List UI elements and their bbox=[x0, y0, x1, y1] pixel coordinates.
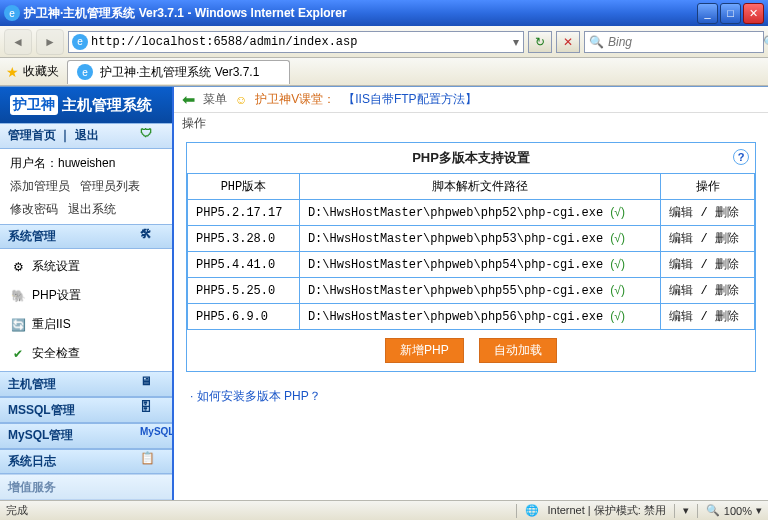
edit-link[interactable]: 编辑 bbox=[669, 309, 693, 323]
dropdown-icon[interactable]: ▾ bbox=[509, 35, 523, 49]
check-icon: (√) bbox=[610, 257, 625, 271]
host-mgmt-label: 主机管理 bbox=[8, 376, 56, 393]
sys-log-label: 系统日志 bbox=[8, 453, 56, 470]
svc-label: 增值服务 bbox=[8, 479, 56, 496]
svc-head[interactable]: 增值服务 bbox=[0, 474, 172, 500]
cell-version: PHP5.4.41.0 bbox=[188, 252, 300, 278]
menu-label[interactable]: 菜单 bbox=[203, 91, 227, 108]
tools-icon: 🛠 bbox=[140, 227, 164, 247]
sec-check-item[interactable]: ✔安全检查 bbox=[10, 342, 162, 365]
add-php-button[interactable]: 新增PHP bbox=[385, 338, 464, 363]
url-input[interactable] bbox=[91, 35, 509, 49]
col-path: 脚本解析文件路径 bbox=[299, 174, 660, 200]
logout-link[interactable]: 退出 bbox=[75, 128, 99, 142]
back-arrow-icon[interactable]: ⬅ bbox=[182, 90, 195, 109]
cell-version: PHP5.6.9.0 bbox=[188, 304, 300, 330]
table-row: PHP5.6.9.0D:\HwsHostMaster\phpweb\php56\… bbox=[188, 304, 755, 330]
tab-icon: e bbox=[77, 64, 93, 80]
tabs-toolbar: ★ 收藏夹 e 护卫神·主机管理系统 Ver3.7.1 bbox=[0, 58, 768, 86]
address-bar[interactable]: e ▾ bbox=[68, 31, 524, 53]
edit-link[interactable]: 编辑 bbox=[669, 257, 693, 271]
cell-path: D:\HwsHostMaster\phpweb\php54\php-cgi.ex… bbox=[299, 252, 660, 278]
favorites-label: 收藏夹 bbox=[23, 63, 59, 80]
col-version: PHP版本 bbox=[188, 174, 300, 200]
close-button[interactable]: ✕ bbox=[743, 3, 764, 24]
search-input[interactable] bbox=[608, 35, 759, 49]
php-panel: PHP多版本支持设置 ? PHP版本 脚本解析文件路径 操作 PHP5.2.17… bbox=[186, 142, 756, 372]
browser-tab[interactable]: e 护卫神·主机管理系统 Ver3.7.1 bbox=[67, 60, 290, 84]
ops-label: 操作 bbox=[174, 113, 768, 134]
sys-settings-label: 系统设置 bbox=[32, 258, 80, 275]
edit-link[interactable]: 编辑 bbox=[669, 205, 693, 219]
admin-info-body: 用户名：huweishen 添加管理员 管理员列表 修改密码 退出系统 bbox=[0, 149, 172, 224]
table-row: PHP5.5.25.0D:\HwsHostMaster\phpweb\php55… bbox=[188, 278, 755, 304]
restart-iis-item[interactable]: 🔄重启IIS bbox=[10, 313, 162, 336]
delete-link[interactable]: 删除 bbox=[715, 257, 739, 271]
user-name: huweishen bbox=[58, 156, 115, 170]
mssql-icon: 🗄 bbox=[140, 400, 164, 420]
table-row: PHP5.4.41.0D:\HwsHostMaster\phpweb\php54… bbox=[188, 252, 755, 278]
cell-path: D:\HwsHostMaster\phpweb\php56\php-cgi.ex… bbox=[299, 304, 660, 330]
help-link-row: · 如何安装多版本 PHP？ bbox=[190, 388, 752, 405]
search-go-icon[interactable]: 🔍 bbox=[763, 35, 768, 49]
sys-log-head[interactable]: 系统日志 📋 bbox=[0, 449, 172, 475]
mysql-mgmt-label: MySQL管理 bbox=[8, 427, 73, 444]
brand-shield: 护卫神 bbox=[10, 95, 58, 115]
edit-link[interactable]: 编辑 bbox=[669, 231, 693, 245]
delete-link[interactable]: 删除 bbox=[715, 205, 739, 219]
delete-link[interactable]: 删除 bbox=[715, 309, 739, 323]
host-mgmt-head[interactable]: 主机管理 🖥 bbox=[0, 371, 172, 397]
cell-ops: 编辑 / 删除 bbox=[661, 252, 755, 278]
panel-title: PHP多版本支持设置 bbox=[412, 150, 530, 165]
help-icon[interactable]: ? bbox=[733, 149, 749, 165]
maximize-button[interactable]: □ bbox=[720, 3, 741, 24]
help-link[interactable]: 如何安装多版本 PHP？ bbox=[197, 389, 321, 403]
cell-path: D:\HwsHostMaster\phpweb\php53\php-cgi.ex… bbox=[299, 226, 660, 252]
zoom-dropdown-icon[interactable]: ▾ bbox=[756, 504, 762, 517]
search-box[interactable]: 🔍 🔍 bbox=[584, 31, 764, 53]
breadcrumb-bar: ⬅ 菜单 ☺ 护卫神V课堂： 【IIS自带FTP配置方法】 bbox=[174, 87, 768, 113]
sidebar: 护卫神 主机管理系统 管理首页 ｜ 退出 🛡 用户名：huweishen 添加管… bbox=[0, 87, 174, 500]
protected-dropdown-icon[interactable]: ▾ bbox=[683, 504, 689, 517]
ie-icon: e bbox=[4, 5, 20, 21]
auto-load-button[interactable]: 自动加载 bbox=[479, 338, 557, 363]
change-pwd-link[interactable]: 修改密码 bbox=[10, 201, 58, 218]
home-link[interactable]: 管理首页 bbox=[8, 128, 56, 142]
add-admin-link[interactable]: 添加管理员 bbox=[10, 178, 70, 195]
php-settings-item[interactable]: 🐘PHP设置 bbox=[10, 284, 162, 307]
content-area: ⬅ 菜单 ☺ 护卫神V课堂： 【IIS自带FTP配置方法】 操作 PHP多版本支… bbox=[174, 87, 768, 500]
delete-link[interactable]: 删除 bbox=[715, 283, 739, 297]
favorites-button[interactable]: ★ 收藏夹 bbox=[6, 63, 59, 80]
sys-settings-item[interactable]: ⚙系统设置 bbox=[10, 255, 162, 278]
mysql-icon: MySQL bbox=[140, 426, 164, 446]
search-icon: 🔍 bbox=[589, 35, 604, 49]
col-ops: 操作 bbox=[661, 174, 755, 200]
zoom-icon[interactable]: 🔍 bbox=[706, 504, 720, 517]
minimize-button[interactable]: _ bbox=[697, 3, 718, 24]
cell-ops: 编辑 / 删除 bbox=[661, 278, 755, 304]
globe-icon: 🌐 bbox=[525, 504, 539, 517]
server-icon: 🖥 bbox=[140, 374, 164, 394]
mysql-mgmt-head[interactable]: MySQL管理 MySQL bbox=[0, 423, 172, 449]
panel-title-row: PHP多版本支持设置 ? bbox=[187, 143, 755, 173]
restart-icon: 🔄 bbox=[10, 317, 26, 333]
cell-version: PHP5.5.25.0 bbox=[188, 278, 300, 304]
back-button[interactable]: ◄ bbox=[4, 29, 32, 55]
stop-button[interactable]: ✕ bbox=[556, 31, 580, 53]
sys-mgmt-head[interactable]: 系统管理 🛠 bbox=[0, 224, 172, 250]
refresh-button[interactable]: ↻ bbox=[528, 31, 552, 53]
brand-header: 护卫神 主机管理系统 bbox=[0, 87, 172, 123]
mssql-mgmt-head[interactable]: MSSQL管理 🗄 bbox=[0, 397, 172, 423]
cell-ops: 编辑 / 删除 bbox=[661, 226, 755, 252]
course-prefix: 护卫神V课堂： bbox=[255, 91, 335, 108]
exit-sys-link[interactable]: 退出系统 bbox=[68, 201, 116, 218]
edit-link[interactable]: 编辑 bbox=[669, 283, 693, 297]
admin-list-link[interactable]: 管理员列表 bbox=[80, 178, 140, 195]
forward-button[interactable]: ► bbox=[36, 29, 64, 55]
check-icon: (√) bbox=[610, 309, 625, 323]
status-zone: Internet | 保护模式: 禁用 bbox=[547, 503, 665, 518]
sys-mgmt-label: 系统管理 bbox=[8, 228, 56, 245]
cell-ops: 编辑 / 删除 bbox=[661, 200, 755, 226]
course-link[interactable]: 【IIS自带FTP配置方法】 bbox=[343, 91, 476, 108]
delete-link[interactable]: 删除 bbox=[715, 231, 739, 245]
